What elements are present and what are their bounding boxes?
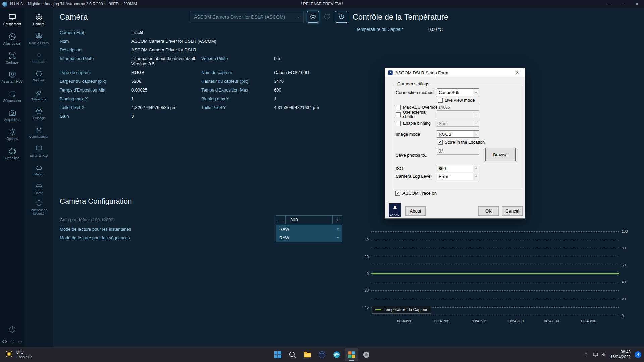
property-row: Information PiloteInformation about the … (60, 54, 355, 68)
notification-badge[interactable]: 4 (635, 351, 641, 358)
gain-value[interactable]: 800 (286, 216, 332, 224)
camera-properties: Caméra ÉtatInactifNomASCOM Camera Driver… (60, 28, 355, 121)
cancel-button[interactable]: Cancel (502, 206, 523, 216)
enable-binning-checkbox[interactable] (396, 121, 401, 126)
readout-sequence-label: Mode de lecture pour les séquences (60, 235, 130, 240)
app-icon[interactable] (360, 348, 373, 361)
connect-camera-button[interactable] (335, 11, 348, 23)
property-value: 600 (274, 87, 355, 93)
tray-chevron-up-icon[interactable] (583, 351, 589, 358)
chart-gridline (371, 257, 619, 257)
live-view-label: Live view mode (445, 98, 475, 103)
sidebar-item-imaging[interactable]: Acquisition (0, 106, 24, 125)
right-axis-tick: 100 (620, 229, 632, 233)
chart-legend: Température du Capteur (372, 306, 431, 314)
equipment-item-label: Moniteur de sécurité (24, 208, 53, 215)
equipment-item-label: Dôme (34, 191, 44, 195)
sidebar-item-equipment[interactable]: Équipement (0, 10, 24, 29)
sidebar-item-options[interactable]: Options (0, 125, 24, 144)
power-button[interactable] (8, 325, 17, 336)
equipment-item-label: Guidage (32, 116, 46, 120)
camera-log-level-select[interactable]: Error ▼ (437, 173, 479, 180)
search-button[interactable] (286, 348, 299, 361)
browser-icon[interactable] (315, 348, 329, 361)
camera-log-level-value: Error (437, 174, 448, 179)
close-button[interactable]: ✕ (630, 0, 644, 8)
equipment-item-rotator[interactable]: Rotateur (24, 66, 53, 85)
sidebar-item-sequencer[interactable]: Séquenceur (0, 86, 24, 106)
sidebar-item-flat-wizard[interactable]: Assistant PLU (0, 67, 24, 86)
equipment-item-flat-panel[interactable]: Écran à PLU (24, 141, 53, 160)
equipment-item-dome[interactable]: Dôme (24, 179, 53, 198)
taskbar-weather-widget[interactable]: 8°C Ensoleillé (5, 347, 32, 362)
dialog-titlebar[interactable]: ASCOM DSLR Setup Form ✕ (385, 68, 525, 77)
about-button[interactable]: About (405, 206, 426, 216)
sidebar-item-plugin[interactable]: Extension (0, 144, 24, 163)
rescan-devices-button[interactable] (321, 11, 333, 23)
equipment-item-label: Commutateur (29, 135, 49, 138)
equipment-item-guider[interactable]: Guidage (24, 104, 53, 123)
right-axis-tick: 60 (620, 263, 632, 267)
equipment-item-focuser[interactable]: Focalisation (24, 48, 53, 66)
property-label: Taille Pixel Y (201, 105, 274, 110)
flat-wizard-icon (8, 70, 17, 79)
chart-plot-area (371, 231, 619, 316)
image-mode-label: Image mode (396, 132, 420, 137)
sensor-temperature-row: Température du Capteur 0,00 °C (356, 27, 443, 32)
readout-sequence-select[interactable]: RAW ▾ (276, 233, 342, 242)
connection-method-select[interactable]: CanonSdk ▼ (437, 88, 479, 96)
equipment-item-camera[interactable]: Caméra (24, 10, 53, 29)
tray-icons[interactable] (593, 352, 606, 357)
property-value: ASCOM Camera Driver for DSLR (131, 47, 355, 53)
maximize-button[interactable]: □ (616, 0, 630, 8)
equipment-item-filter-wheel[interactable]: Roue à Filtres (24, 29, 53, 48)
max-adu-checkbox[interactable] (396, 105, 401, 110)
equipment-item-telescope[interactable]: Télescope (24, 85, 53, 104)
minimize-button[interactable]: ─ (602, 0, 616, 8)
file-explorer-icon[interactable] (301, 348, 314, 361)
eye-icon (2, 339, 7, 344)
taskbar-clock[interactable]: 08:43 16/04/2022 (610, 350, 631, 360)
gain-increment-button[interactable]: + (332, 216, 342, 224)
equipment-item-switch[interactable]: Commutateur (24, 123, 53, 141)
camera-settings-button[interactable] (307, 11, 319, 23)
property-value: 4,32027649769585 µm (131, 105, 201, 110)
equipment-item-weather[interactable]: Météo (24, 160, 53, 179)
sidebar-mini-icons (2, 339, 22, 345)
image-mode-select[interactable]: RGGB ▼ (437, 130, 479, 138)
start-button[interactable] (271, 348, 284, 361)
active-app-icon[interactable] (345, 348, 358, 361)
sidebar-item-sky-atlas[interactable]: Atlas du ciel (0, 29, 24, 48)
external-shutter-checkbox[interactable] (396, 112, 401, 117)
property-label: Type de capteur (60, 70, 131, 75)
live-view-checkbox[interactable] (438, 98, 443, 103)
equipment-item-label: Roue à Filtres (28, 41, 49, 45)
weather-temp: 8°C (16, 350, 32, 355)
browse-button[interactable]: Browse (485, 148, 516, 161)
external-shutter-select: ▼ (437, 112, 479, 118)
chart-left-axis: 40200-20-40 (359, 231, 370, 316)
edge-glyph (332, 350, 341, 359)
edge-icon[interactable] (330, 348, 343, 361)
equipment-item-label: Rotateur (32, 79, 45, 82)
readout-snapshot-select[interactable]: RAW ▾ (276, 225, 342, 233)
property-row: DescriptionASCOM Camera Driver for DSLR (60, 46, 355, 54)
enable-binning-select: Sum ▼ (437, 120, 479, 127)
left-axis-tick: -40 (359, 305, 370, 309)
property-label: Nom (60, 39, 131, 44)
store-location-checkbox[interactable] (438, 140, 443, 145)
sidebar-item-framing[interactable]: Cadrage (0, 48, 24, 67)
property-label: Information Pilote (60, 56, 131, 67)
ascom-trace-checkbox[interactable] (395, 191, 400, 196)
connection-method-value: CanonSdk (437, 90, 459, 95)
ok-button[interactable]: OK (478, 206, 499, 216)
gain-decrement-button[interactable]: — (276, 216, 286, 224)
save-photos-input[interactable]: B:\ (437, 148, 479, 155)
iso-select[interactable]: 800 ▼ (437, 165, 479, 172)
max-adu-input[interactable]: 14605 (437, 104, 479, 111)
camera-driver-select[interactable]: ASCOM Camera Driver for DSLR (ASCOM) ▾ (190, 11, 304, 23)
property-row: Gain3 (60, 112, 355, 121)
equipment-item-safety-monitor[interactable]: Moniteur de sécurité (24, 198, 53, 217)
dialog-close-button[interactable]: ✕ (513, 70, 522, 75)
sidebar-item-label: Atlas du ciel (3, 42, 22, 45)
